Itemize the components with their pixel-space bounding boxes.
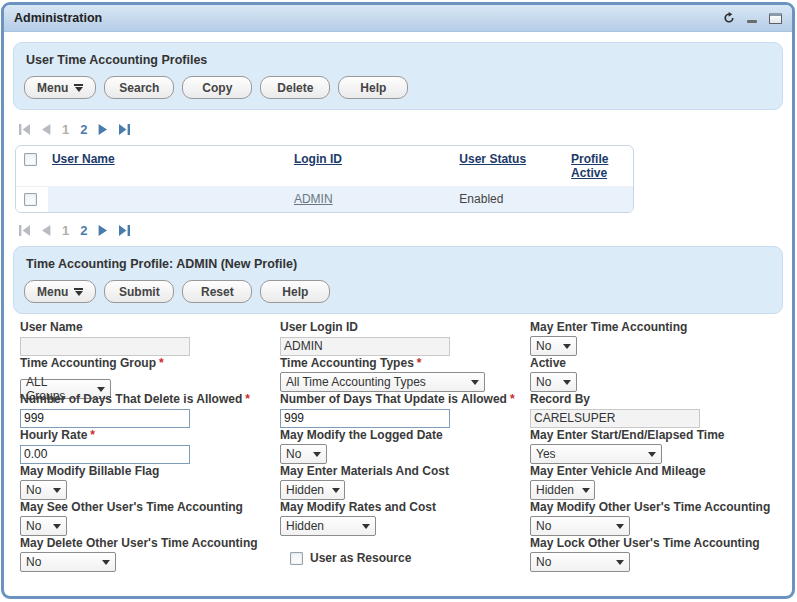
next-page-icon[interactable]	[98, 225, 107, 236]
menu-button[interactable]: Menu	[24, 76, 96, 99]
chevron-down-icon	[563, 380, 571, 385]
may-enter-time-accounting-label: May Enter Time Accounting	[530, 320, 779, 334]
may-enter-vehicle-mileage-select[interactable]: Hidden	[530, 480, 595, 500]
record-by-field	[530, 409, 700, 428]
row-select-checkbox[interactable]	[24, 193, 37, 206]
selected-value: No	[26, 483, 41, 497]
chevron-down-icon	[97, 387, 105, 392]
required-asterisk: *	[510, 392, 515, 406]
may-enter-materials-cost-select[interactable]: Hidden	[280, 480, 345, 500]
may-modify-billable-flag-label: May Modify Billable Flag	[20, 464, 280, 478]
time-accounting-types-label: Time Accounting Types*	[280, 356, 530, 370]
may-enter-vehicle-mileage-label: May Enter Vehicle And Mileage	[530, 464, 779, 478]
chevron-down-icon	[74, 288, 83, 296]
first-page-icon[interactable]	[19, 225, 31, 236]
column-header-user-status[interactable]: User Status	[459, 152, 526, 166]
menu-button[interactable]: Menu	[24, 280, 96, 303]
chevron-down-icon	[362, 524, 370, 529]
may-lock-other-ta-label: May Lock Other User's Time Accounting	[530, 536, 779, 550]
last-page-icon[interactable]	[118, 225, 130, 236]
page-number-link[interactable]: 2	[80, 223, 87, 238]
column-header-profile-active[interactable]: Profile Active	[571, 152, 608, 180]
may-modify-other-ta-select[interactable]: No	[530, 516, 630, 536]
may-modify-logged-date-select[interactable]: No	[280, 444, 327, 464]
may-modify-logged-date-label: May Modify the Logged Date	[280, 428, 530, 442]
may-enter-materials-cost-label: May Enter Materials And Cost	[280, 464, 530, 478]
page-number-link[interactable]: 2	[80, 122, 87, 137]
active-label: Active	[530, 356, 779, 370]
record-by-label: Record By	[530, 392, 779, 406]
selected-value: No	[536, 339, 551, 353]
cell-login-id-link[interactable]: ADMIN	[294, 192, 333, 206]
bottom-pager: 1 2	[19, 222, 781, 238]
user-login-id-field	[280, 337, 450, 356]
profile-form: User Name User Login ID May Enter Time A…	[13, 314, 783, 572]
detail-panel-title: Time Accounting Profile: ADMIN (New Prof…	[26, 257, 772, 271]
cell-user-status: Enabled	[459, 192, 503, 206]
minimize-button[interactable]	[745, 12, 759, 25]
may-see-other-ta-select[interactable]: No	[20, 516, 67, 536]
may-enter-time-accounting-select[interactable]: No	[530, 336, 577, 356]
copy-button[interactable]: Copy	[182, 76, 252, 99]
reset-button[interactable]: Reset	[182, 280, 252, 303]
submit-button[interactable]: Submit	[104, 280, 174, 303]
may-delete-other-ta-select[interactable]: No	[20, 552, 116, 572]
chevron-down-icon	[74, 84, 83, 92]
first-page-icon[interactable]	[19, 124, 31, 135]
user-login-id-label: User Login ID	[280, 320, 530, 334]
chevron-down-icon	[332, 488, 340, 493]
active-select[interactable]: No	[530, 372, 577, 392]
table-header-row: User Name Login ID User Status Profile A…	[16, 146, 633, 186]
selected-value: Hidden	[286, 483, 324, 497]
administration-window: Administration User Time Accounting Prof…	[1, 2, 795, 599]
days-delete-allowed-field[interactable]	[20, 409, 190, 428]
chevron-down-icon	[582, 488, 590, 493]
chevron-down-icon	[313, 452, 321, 457]
page-title: Administration	[14, 11, 722, 25]
selected-value: No	[536, 555, 551, 569]
select-all-checkbox[interactable]	[24, 153, 37, 166]
user-as-resource-label: User as Resource	[310, 551, 411, 565]
days-update-allowed-field[interactable]	[280, 409, 450, 428]
delete-button[interactable]: Delete	[260, 76, 330, 99]
user-name-field	[20, 337, 190, 356]
profiles-panel: User Time Accounting Profiles Menu Searc…	[13, 42, 783, 110]
chevron-down-icon	[102, 560, 110, 565]
search-button[interactable]: Search	[104, 76, 174, 99]
help-button[interactable]: Help	[338, 76, 408, 99]
time-accounting-types-select[interactable]: All Time Accounting Types	[280, 372, 485, 392]
help-button[interactable]: Help	[260, 280, 330, 303]
column-header-user-name[interactable]: User Name	[52, 152, 115, 166]
user-as-resource-checkbox[interactable]	[290, 552, 303, 565]
column-header-login-id[interactable]: Login ID	[294, 152, 342, 166]
top-pager: 1 2	[19, 121, 781, 137]
cell-user-name	[48, 186, 290, 212]
profiles-table: User Name Login ID User Status Profile A…	[15, 145, 634, 213]
may-enter-start-end-select[interactable]: Yes	[530, 444, 662, 464]
detail-panel: Time Accounting Profile: ADMIN (New Prof…	[13, 246, 783, 314]
prev-page-icon[interactable]	[42, 225, 51, 236]
may-see-other-ta-label: May See Other User's Time Accounting	[20, 500, 280, 514]
selected-value: Hidden	[286, 519, 324, 533]
chevron-down-icon	[616, 524, 624, 529]
refresh-icon[interactable]	[722, 12, 736, 25]
required-asterisk: *	[245, 392, 250, 406]
next-page-icon[interactable]	[98, 124, 107, 135]
maximize-button[interactable]	[768, 12, 782, 25]
prev-page-icon[interactable]	[42, 124, 51, 135]
table-row: ADMIN Enabled	[16, 186, 633, 212]
chevron-down-icon	[648, 452, 656, 457]
days-update-allowed-label: Number of Days That Update is Allowed*	[280, 392, 530, 406]
may-modify-rates-cost-select[interactable]: Hidden	[280, 516, 376, 536]
menu-button-label: Menu	[37, 81, 68, 95]
page-number-current: 1	[62, 122, 69, 137]
window-titlebar: Administration	[4, 5, 792, 32]
user-name-label: User Name	[20, 320, 280, 334]
may-modify-billable-flag-select[interactable]: No	[20, 480, 67, 500]
required-asterisk: *	[90, 428, 95, 442]
hourly-rate-field[interactable]	[20, 445, 190, 464]
may-modify-other-ta-label: May Modify Other User's Time Accounting	[530, 500, 779, 514]
chevron-down-icon	[53, 524, 61, 529]
last-page-icon[interactable]	[118, 124, 130, 135]
may-lock-other-ta-select[interactable]: No	[530, 552, 630, 572]
